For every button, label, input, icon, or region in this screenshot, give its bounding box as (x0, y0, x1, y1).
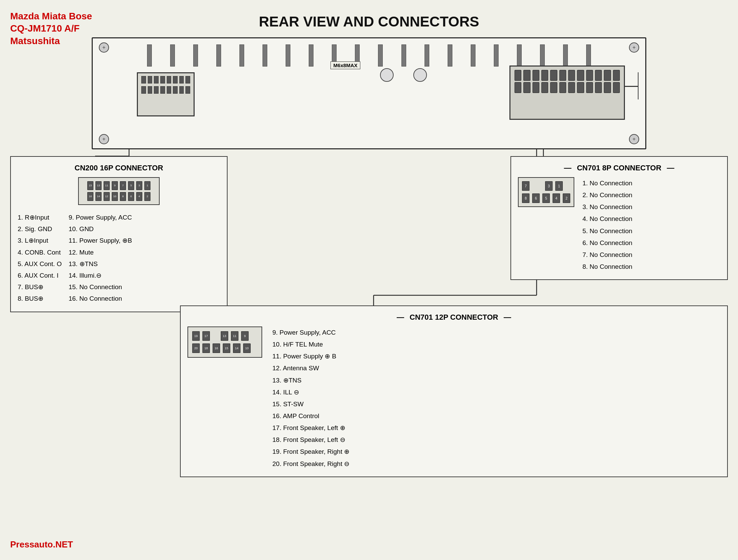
unit-circle-2 (413, 68, 427, 82)
cn701-8p-pin-list: 1. No Connection 2. No Connection 3. No … (582, 177, 632, 273)
unit-right-connector (509, 66, 625, 120)
main-title: REAR VIEW AND CONNECTORS (14, 10, 724, 30)
unit-diagram: + + + + (92, 37, 646, 149)
cn200-pins-left: 1. R⊕Input 2. Sig. GND 3. L⊕Input 4. CON… (18, 212, 62, 305)
cn701-12p-title: — CN701 12P CONNECTOR — (187, 313, 720, 322)
cn701-8p-box: — CN701 8P CONNECTOR — 7 3 1 8 6 5 4 (510, 156, 728, 280)
cn701-12p-content: 19 17 13 11 9 20 18 16 15 14 10 (187, 326, 720, 470)
website-url: Pressauto.NET (10, 539, 73, 550)
cn701-12p-connector-diagram: 19 17 13 11 9 20 18 16 15 14 10 (187, 326, 262, 358)
top-left-title: Mazda Miata Bose CQ-JM1710 A/F Matsushit… (10, 10, 92, 47)
cn701-8p-title: — CN701 8P CONNECTOR — (518, 164, 720, 172)
screw-br: + (629, 134, 639, 144)
cn200-box: CN200 16P CONNECTOR 15 13 11 9 7 5 3 1 1… (10, 156, 228, 312)
cn200-connector-diagram: 15 13 11 9 7 5 3 1 16 14 12 10 8 6 4 2 (78, 177, 160, 205)
cn701-8p-connector-diagram: 7 3 1 8 6 5 4 2 (518, 177, 574, 207)
unit-left-connector (137, 72, 195, 116)
cn200-title: CN200 16P CONNECTOR (18, 164, 220, 172)
cn701-12p-pin-list: 9. Power Supply, ACC 10. H/F TEL Mute 11… (272, 326, 349, 470)
screw-bl: + (99, 134, 109, 144)
cn701-12p-box: — CN701 12P CONNECTOR — 19 17 13 11 9 20 (180, 305, 728, 477)
unit-model-label: M6x8MAX (330, 61, 361, 69)
screw-tr: + (629, 42, 639, 53)
cn200-pins-right: 9. Power Supply, ACC 10. GND 11. Power S… (69, 212, 132, 305)
screw-tl: + (99, 42, 109, 53)
unit-circle-1 (380, 68, 394, 82)
cn200-pin-list: 1. R⊕Input 2. Sig. GND 3. L⊕Input 4. CON… (18, 212, 220, 305)
cn701-8p-content: 7 3 1 8 6 5 4 2 1. No Connection 2. No C… (518, 177, 720, 273)
page: Mazda Miata Bose CQ-JM1710 A/F Matsushit… (0, 0, 738, 560)
